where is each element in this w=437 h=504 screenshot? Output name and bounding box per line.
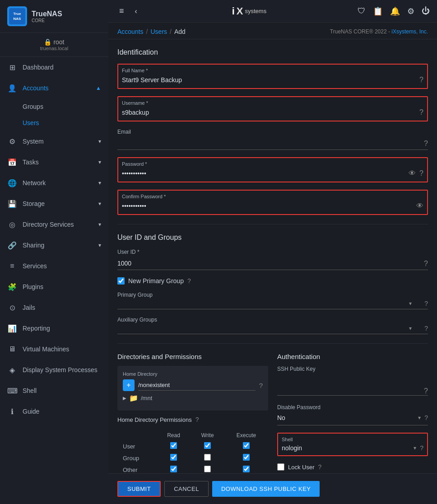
password-help-icon[interactable]: ? [419, 169, 423, 177]
email-input[interactable] [117, 137, 428, 150]
identification-title: Identification [117, 48, 428, 56]
sidebar-label-sharing: Sharing [23, 242, 44, 249]
primary-group-dropdown-arrow[interactable]: ▾ [409, 300, 412, 307]
sidebar-label-display-sys-procs: Display System Processes [23, 366, 98, 373]
sidebar-item-jails[interactable]: ⊙ Jails [0, 297, 108, 318]
sidebar-label-guide: Guide [23, 408, 39, 415]
disable-password-row: Disable Password No ▾ ? [277, 404, 428, 425]
sidebar-item-groups[interactable]: Groups [0, 98, 108, 115]
sidebar-item-reporting[interactable]: 📊 Reporting [0, 318, 108, 339]
disable-password-value: No [277, 412, 418, 423]
tasks-icon: 📅 [7, 157, 17, 167]
home-dir-add-button[interactable]: + [123, 379, 135, 391]
other-write-checkbox[interactable] [204, 466, 211, 472]
perms-execute-header: Execute [224, 430, 268, 440]
power-icon[interactable]: ⏻ [422, 6, 430, 16]
bell-icon[interactable]: 🔔 [390, 6, 400, 16]
disable-password-dropdown-arrow[interactable]: ▾ [418, 415, 421, 421]
ixsystems-link[interactable]: iXsystems, Inc. [391, 28, 428, 35]
sidebar-item-storage[interactable]: 💾 Storage ▾ [0, 193, 108, 214]
submit-button[interactable]: SUBMIT [117, 481, 161, 497]
primary-group-help-icon[interactable]: ? [424, 300, 428, 307]
group-execute-checkbox[interactable] [243, 454, 250, 461]
new-primary-group-help[interactable]: ? [187, 277, 191, 285]
lock-user-checkbox[interactable] [277, 463, 284, 471]
top-bar: ≡ ‹ iXsystems 🛡 📋 🔔 ⚙ ⏻ [108, 0, 437, 23]
shell-help-icon[interactable]: ? [420, 444, 423, 452]
username-help-icon[interactable]: ? [419, 108, 423, 117]
cancel-button[interactable]: CANCEL [164, 481, 209, 497]
sidebar-item-virtual-machines[interactable]: 🖥 Virtual Machines [0, 339, 108, 359]
disable-password-help-icon[interactable]: ? [424, 414, 428, 421]
network-expand-arrow: ▾ [98, 180, 101, 186]
sidebar-item-dashboard[interactable]: ⊞ Dashboard [0, 57, 108, 78]
svg-text:NAS: NAS [14, 17, 22, 21]
breadcrumb-users[interactable]: Users [150, 28, 167, 35]
breadcrumb-accounts[interactable]: Accounts [117, 28, 144, 35]
auxiliary-groups-help-icon[interactable]: ? [424, 325, 428, 332]
folder-icon: 📁 [129, 394, 138, 402]
user-read-checkbox[interactable] [170, 442, 177, 449]
hamburger-button[interactable]: ≡ [116, 5, 128, 18]
ssh-key-label: SSH Public Key [277, 366, 428, 372]
sidebar-item-guide[interactable]: ℹ Guide [0, 401, 108, 422]
sidebar-item-network[interactable]: 🌐 Network ▾ [0, 173, 108, 193]
sidebar-item-accounts[interactable]: 👤 Accounts ▲ [0, 78, 108, 98]
accounts-expand-arrow: ▲ [96, 85, 101, 91]
lock-user-help[interactable]: ? [318, 463, 322, 471]
password-input[interactable] [122, 167, 409, 180]
sidebar-item-system[interactable]: ⚙ System ▾ [0, 131, 108, 152]
other-execute-checkbox[interactable] [243, 466, 250, 472]
password-eye-icon[interactable]: 👁 [409, 169, 416, 177]
sidebar-item-tasks[interactable]: 📅 Tasks ▾ [0, 152, 108, 173]
back-button[interactable]: ‹ [131, 5, 141, 17]
form-content: Identification Full Name * ? Username * … [108, 39, 437, 473]
sidebar-item-display-system-processes[interactable]: ◈ Display System Processes [0, 359, 108, 380]
sidebar-item-users[interactable]: Users [0, 115, 108, 131]
confirm-password-eye-icon[interactable]: 👁 [416, 202, 423, 210]
username-input[interactable] [122, 106, 419, 119]
mnt-tree-item[interactable]: ▶ 📁 /mnt [123, 391, 263, 405]
dashboard-icon: ⊞ [7, 62, 17, 72]
auxiliary-groups-dropdown-arrow[interactable]: ▾ [409, 325, 412, 331]
home-dir-help-icon[interactable]: ? [259, 382, 263, 389]
group-read-checkbox[interactable] [170, 454, 177, 461]
other-read-checkbox[interactable] [170, 466, 177, 472]
settings-icon[interactable]: ⚙ [407, 6, 414, 16]
new-primary-group-checkbox[interactable] [117, 277, 125, 285]
home-dir-input[interactable] [138, 380, 256, 391]
sharing-icon: 🔗 [7, 240, 17, 250]
group-write-checkbox[interactable] [204, 454, 211, 461]
sidebar-item-services[interactable]: ≡ Services [0, 256, 108, 276]
shield-icon[interactable]: 🛡 [358, 6, 366, 16]
dir-services-expand-arrow: ▾ [98, 221, 101, 228]
sidebar-item-shell[interactable]: ⌨ Shell [0, 380, 108, 401]
full-name-input[interactable] [122, 74, 419, 86]
sidebar-item-sharing[interactable]: 🔗 Sharing ▾ [0, 235, 108, 256]
storage-icon: 💾 [7, 199, 17, 209]
breadcrumb-add: Add [174, 28, 186, 35]
ssh-public-key-row: SSH Public Key ? [277, 366, 428, 397]
home-dir-perms-help[interactable]: ? [195, 416, 199, 423]
ssh-key-help-icon[interactable]: ? [424, 387, 428, 395]
ix-systems-logo: iXsystems [232, 5, 266, 17]
confirm-password-input[interactable] [122, 200, 416, 212]
email-help-icon[interactable]: ? [424, 140, 428, 148]
svg-rect-0 [9, 8, 25, 24]
sidebar-item-directory-services[interactable]: ◎ Directory Services ▾ [0, 214, 108, 235]
download-ssh-button[interactable]: DOWNLOAD SSH PUBLIC KEY [212, 481, 320, 497]
user-execute-checkbox[interactable] [243, 442, 250, 449]
sidebar-label-users: Users [23, 119, 39, 126]
ssh-key-textarea[interactable] [277, 374, 428, 396]
sidebar-label-reporting: Reporting [23, 325, 50, 332]
user-write-checkbox[interactable] [204, 442, 211, 449]
primary-group-row: Primary Group ▾ ? [117, 292, 428, 309]
user-id-row: User ID * ? [117, 249, 428, 270]
confirm-password-label: Confirm Password * [122, 194, 166, 199]
clipboard-icon[interactable]: 📋 [373, 6, 383, 16]
user-id-help-icon[interactable]: ? [424, 260, 428, 268]
sidebar-item-plugins[interactable]: 🧩 Plugins [0, 276, 108, 297]
user-id-input[interactable] [117, 257, 428, 270]
full-name-help-icon[interactable]: ? [419, 76, 423, 84]
shell-dropdown-arrow[interactable]: ▾ [414, 445, 416, 451]
